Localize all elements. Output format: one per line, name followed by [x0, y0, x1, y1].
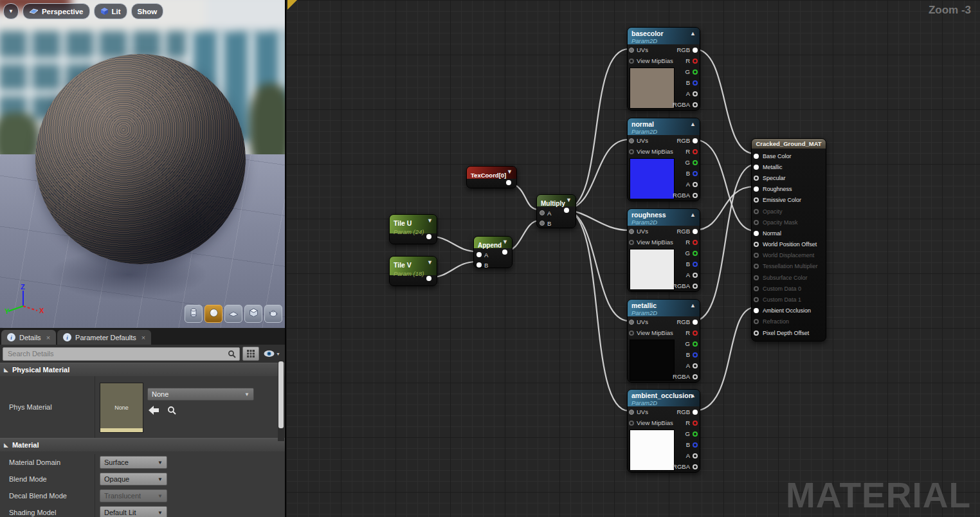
output-pin-rgb[interactable] [693, 229, 698, 234]
output-pin-r[interactable] [693, 331, 698, 336]
pin-icon[interactable] [754, 319, 759, 324]
pin-icon[interactable] [754, 331, 759, 336]
node-header[interactable]: basecolorParam2D▲ [628, 28, 700, 44]
texture-sample-node-roughness[interactable]: roughnessParam2D▲UVsView MipBiasRGBRGBAR… [627, 208, 700, 292]
material-result-node[interactable]: Cracked_Ground_MAT Base ColorMetallicSpe… [751, 138, 826, 341]
show-button[interactable]: Show [131, 3, 164, 19]
material-pin-specular[interactable]: Specular [754, 172, 826, 183]
preview-sphere[interactable] [35, 54, 246, 264]
material-pin-world-position-offset[interactable]: World Position Offset [754, 239, 826, 250]
lit-button[interactable]: Lit [94, 3, 127, 19]
collapse-icon[interactable]: ▲ [690, 302, 696, 309]
pin-icon[interactable] [754, 220, 759, 225]
output-pin[interactable] [426, 234, 431, 239]
material-pin-base-color[interactable]: Base Color [754, 150, 826, 161]
material-pin-roughness[interactable]: Roughness [754, 184, 826, 195]
output-pin-rgba[interactable] [693, 464, 698, 469]
append-node[interactable]: Append ▼ A B [473, 236, 513, 268]
node-header[interactable]: normalParam2D▲ [628, 118, 700, 135]
collapse-icon[interactable]: ▼ [427, 259, 433, 266]
search-details-input-box[interactable] [3, 347, 240, 361]
view-options-button[interactable]: ▼ [262, 350, 282, 358]
scrollbar-thumb[interactable] [278, 361, 284, 428]
collapse-icon[interactable]: ▼ [502, 239, 508, 245]
collapse-icon[interactable]: ▲ [690, 121, 696, 127]
texture-sample-node-metallic[interactable]: metallicParam2D▲UVsView MipBiasRGBRGBARG… [627, 299, 700, 383]
input-pin-view-mipbias[interactable] [629, 59, 634, 64]
pin-icon[interactable] [754, 286, 759, 291]
material-pin-world-displacement[interactable]: World Displacement [754, 250, 826, 261]
texcoord-node[interactable]: TexCoord[0] ▼ [466, 166, 517, 188]
collapse-icon[interactable]: ▲ [690, 30, 696, 37]
material-node-header[interactable]: Cracked_Ground_MAT [752, 139, 826, 149]
close-icon[interactable]: × [46, 334, 50, 341]
input-pin-b[interactable] [476, 262, 482, 268]
input-pin-view-mipbias[interactable] [629, 331, 634, 336]
output-pin-b[interactable] [693, 262, 698, 267]
output-pin-r[interactable] [693, 59, 698, 64]
preview-shape-teapot-button[interactable] [264, 305, 282, 323]
collapse-icon[interactable]: ▼ [566, 197, 572, 203]
pin-icon[interactable] [754, 186, 759, 192]
texture-sample-node-basecolor[interactable]: basecolorParam2D▲UVsView MipBiasRGBRGBAR… [627, 27, 700, 111]
material-pin-tessellation-multiplier[interactable]: Tessellation Multiplier [754, 261, 826, 272]
tile-v-node[interactable]: Tile V Param (18) ▼ [389, 256, 437, 286]
output-pin-rgba[interactable] [693, 374, 698, 379]
output-pin-r[interactable] [693, 421, 698, 426]
output-pin[interactable] [426, 276, 431, 281]
material-pin-refraction[interactable]: Refraction [754, 316, 826, 327]
material-pin-subsurface-color[interactable]: Subsurface Color [754, 272, 826, 283]
pin-icon[interactable] [754, 197, 759, 203]
viewport-options-button[interactable]: ▼ [3, 3, 19, 19]
input-pin-a[interactable] [476, 252, 482, 257]
node-header[interactable]: ambient_occlusionParam2D▲ [628, 390, 700, 406]
phys-material-dropdown[interactable]: None ▼ [147, 388, 254, 401]
input-pin-view-mipbias[interactable] [629, 240, 634, 245]
tab-details[interactable]: iDetails× [1, 330, 56, 345]
output-pin-rgb[interactable] [693, 320, 698, 325]
output-pin-rgba[interactable] [693, 284, 698, 289]
pin-icon[interactable] [754, 297, 759, 302]
perspective-button[interactable]: Perspective [23, 3, 90, 19]
input-pin-uvs[interactable] [629, 410, 634, 415]
output-pin-rgb[interactable] [693, 48, 698, 53]
input-pin-b[interactable] [540, 221, 545, 226]
input-pin-uvs[interactable] [629, 138, 634, 143]
texture-sample-node-normal[interactable]: normalParam2D▲UVsView MipBiasRGBRGBARGBA [627, 118, 700, 201]
output-pin-r[interactable] [693, 240, 698, 245]
material-pin-custom-data-0[interactable]: Custom Data 0 [754, 283, 826, 294]
collapse-icon[interactable]: ▼ [507, 168, 513, 175]
use-selected-asset-icon[interactable] [149, 406, 159, 415]
output-pin[interactable] [502, 249, 507, 255]
phys-material-thumbnail[interactable]: None [100, 383, 143, 433]
output-pin-a[interactable] [693, 182, 698, 187]
section-material[interactable]: ◣ Material [0, 438, 285, 451]
pin-icon[interactable] [754, 253, 759, 258]
section-physical-material[interactable]: ◣ Physical Material [0, 363, 285, 376]
preview-shape-sphere-button[interactable] [204, 305, 222, 323]
display-filter-button[interactable] [242, 347, 259, 361]
output-pin-rgba[interactable] [693, 193, 698, 198]
output-pin-a[interactable] [693, 91, 698, 96]
output-pin-a[interactable] [693, 453, 698, 458]
output-pin-rgb[interactable] [693, 410, 698, 415]
tile-u-node[interactable]: Tile U Param (24) ▼ [389, 214, 437, 244]
input-pin-uvs[interactable] [629, 48, 634, 53]
output-pin-g[interactable] [693, 251, 698, 256]
input-pin-a[interactable] [540, 210, 545, 215]
material-pin-metallic[interactable]: Metallic [754, 161, 826, 172]
close-icon[interactable]: × [141, 334, 145, 341]
output-pin-g[interactable] [693, 341, 698, 347]
collapse-icon[interactable]: ▲ [690, 212, 696, 218]
output-pin[interactable] [564, 208, 569, 213]
preview-viewport[interactable]: ▼ Perspective Lit Show Z [0, 0, 285, 328]
output-pin-a[interactable] [693, 273, 698, 278]
blend-mode-dropdown[interactable]: Opaque▼ [100, 473, 167, 485]
pin-icon[interactable] [754, 176, 759, 181]
material-pin-pixel-depth-offset[interactable]: Pixel Depth Offset [754, 327, 826, 338]
preview-shape-cube-button[interactable] [244, 305, 262, 323]
node-header[interactable]: metallicParam2D▲ [628, 300, 700, 316]
node-header[interactable]: roughnessParam2D▲ [628, 209, 700, 226]
output-pin-b[interactable] [693, 80, 698, 86]
pin-icon[interactable] [754, 209, 759, 214]
